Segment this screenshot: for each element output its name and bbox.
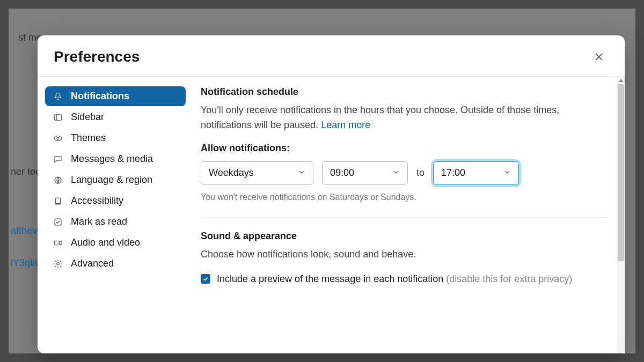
sidebar-item-label: Themes — [71, 132, 106, 144]
video-icon — [53, 238, 63, 248]
learn-more-link[interactable]: Learn more — [321, 120, 370, 130]
end-time-select[interactable]: 17:00 — [433, 161, 519, 185]
accessibility-icon — [53, 196, 63, 206]
svg-rect-7 — [54, 241, 59, 245]
preferences-modal: Preferences Notifications Sidebar Themes — [38, 35, 625, 353]
svg-point-2 — [57, 137, 59, 139]
days-select-value: Weekdays — [209, 167, 254, 179]
modal-header: Preferences — [38, 35, 625, 77]
scrollbar[interactable] — [617, 77, 625, 353]
sidebar-item-label: Sidebar — [71, 112, 104, 123]
check-square-icon — [53, 217, 63, 227]
sidebar-item-audio-video[interactable]: Audio and video — [45, 233, 186, 253]
notification-schedule-desc: You'll only receive notifications in the… — [201, 103, 609, 133]
eye-icon — [53, 133, 63, 144]
sidebar-item-sidebar[interactable]: Sidebar — [45, 107, 186, 127]
to-label: to — [416, 167, 425, 179]
close-icon — [594, 51, 604, 62]
close-button[interactable] — [589, 47, 609, 67]
modal-title: Preferences — [54, 48, 140, 65]
notification-schedule-title: Notification schedule — [201, 86, 609, 98]
sidebar-item-accessibility[interactable]: Accessibility — [45, 191, 186, 211]
gear-icon — [53, 258, 63, 269]
bg-fragment: lY3qtiv — [11, 257, 40, 269]
sidebar-item-label: Audio and video — [71, 237, 140, 248]
preview-label-hint: (disable this for extra privacy) — [446, 274, 572, 284]
start-time-value: 09:00 — [330, 167, 354, 179]
schedule-hint: You won't receive notifications on Satur… — [201, 193, 609, 202]
svg-rect-6 — [55, 219, 61, 225]
sidebar-item-label: Notifications — [71, 91, 129, 102]
chevron-down-icon — [392, 167, 400, 179]
sidebar-item-label: Messages & media — [71, 153, 153, 165]
app-backdrop: st me. ner too atthev lY3qtiv Preference… — [0, 0, 644, 362]
end-time-value: 17:00 — [441, 167, 465, 179]
preferences-sidebar: Notifications Sidebar Themes Messages & … — [38, 77, 193, 353]
sidebar-item-label: Accessibility — [71, 195, 123, 206]
sidebar-item-mark-as-read[interactable]: Mark as read — [45, 212, 186, 232]
days-select[interactable]: Weekdays — [201, 161, 313, 185]
chevron-down-icon — [298, 167, 305, 179]
bg-fragment: ner too — [11, 166, 41, 178]
sidebar-item-advanced[interactable]: Advanced — [45, 254, 186, 274]
preview-checkbox-row: Include a preview of the message in each… — [201, 272, 609, 286]
include-preview-label[interactable]: Include a preview of the message in each… — [217, 272, 572, 286]
bg-fragment: atthev — [11, 225, 37, 237]
start-time-select[interactable]: 09:00 — [322, 161, 408, 185]
sidebar-item-messages-media[interactable]: Messages & media — [45, 149, 186, 169]
preview-label-text: Include a preview of the message in each… — [217, 274, 446, 284]
sound-appearance-title: Sound & appearance — [201, 231, 609, 242]
svg-point-8 — [57, 262, 60, 265]
globe-icon — [53, 175, 63, 186]
allow-notifications-label: Allow notifications: — [201, 143, 609, 154]
check-icon — [202, 276, 209, 282]
sidebar-item-label: Advanced — [71, 258, 114, 269]
schedule-desc-text: You'll only receive notifications in the… — [201, 105, 559, 130]
chevron-down-icon — [503, 167, 511, 179]
section-divider — [201, 217, 609, 218]
chat-icon — [53, 154, 63, 165]
preferences-content: Notification schedule You'll only receiv… — [193, 77, 625, 353]
sidebar-icon — [53, 112, 63, 123]
sidebar-item-label: Language & region — [71, 174, 152, 186]
sidebar-item-notifications[interactable]: Notifications — [45, 86, 186, 106]
bell-icon — [53, 91, 63, 102]
scroll-up-arrow[interactable] — [617, 77, 625, 84]
scrollbar-thumb[interactable] — [618, 84, 624, 261]
modal-body: Notifications Sidebar Themes Messages & … — [38, 77, 625, 353]
sound-appearance-desc: Choose how notifications look, sound and… — [201, 247, 609, 262]
sidebar-item-label: Mark as read — [71, 216, 127, 227]
schedule-row: Weekdays 09:00 to 17:00 — [201, 161, 609, 185]
sidebar-item-themes[interactable]: Themes — [45, 128, 186, 148]
sidebar-item-language-region[interactable]: Language & region — [45, 170, 186, 190]
svg-rect-0 — [54, 114, 62, 120]
include-preview-checkbox[interactable] — [201, 274, 210, 284]
